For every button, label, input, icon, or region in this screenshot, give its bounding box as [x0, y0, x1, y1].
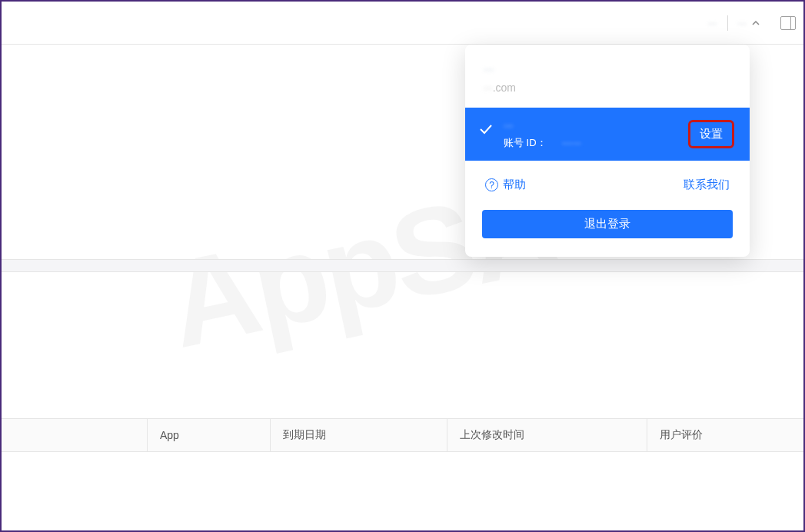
user-name: ···: [737, 17, 747, 29]
selected-account-row[interactable]: ··· 账号 ID： ······· 设置: [465, 108, 750, 161]
table-header-app[interactable]: App: [148, 419, 271, 451]
topbar-item[interactable]: ···: [708, 17, 717, 29]
account-email: ···.com: [484, 81, 731, 94]
top-bar: ··· ···: [2, 2, 803, 45]
table-header-modified[interactable]: 上次修改时间: [447, 419, 647, 451]
content-section-2: [2, 272, 803, 418]
help-link[interactable]: ? 帮助: [485, 178, 526, 192]
dropdown-header: ··· ···.com: [465, 45, 750, 108]
settings-button[interactable]: 设置: [688, 120, 734, 148]
panel-toggle-icon[interactable]: [780, 16, 796, 30]
table-header-expiry[interactable]: 到期日期: [271, 419, 447, 451]
topbar-divider: [727, 15, 728, 31]
chevron-up-icon: [751, 18, 760, 28]
table-header-blank: [2, 419, 148, 451]
account-display-name: ···: [484, 63, 731, 77]
table-header-row: App 到期日期 上次修改时间 用户评价: [2, 418, 803, 452]
help-icon: ?: [485, 178, 498, 191]
section-gap: [2, 260, 803, 272]
account-id-value: ·······: [562, 137, 581, 148]
logout-button[interactable]: 退出登录: [482, 210, 733, 238]
user-dropdown: ··· ···.com ··· 账号 ID： ······· 设置 ? 帮助 联…: [465, 45, 750, 257]
account-id-label: 账号 ID：: [504, 136, 547, 150]
user-menu-trigger[interactable]: ···: [731, 14, 767, 32]
check-icon: [479, 124, 493, 135]
account-name: ···: [504, 118, 688, 131]
contact-us-link[interactable]: 联系我们: [684, 178, 730, 192]
table-header-rating[interactable]: 用户评价: [647, 419, 803, 451]
